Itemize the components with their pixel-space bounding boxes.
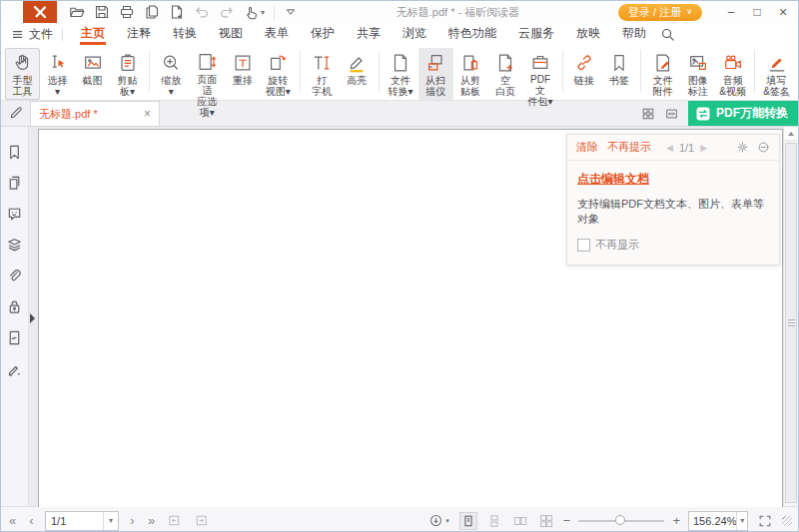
tab-view[interactable]: 视图 [208,23,254,45]
print-icon[interactable] [119,4,135,20]
tab-form[interactable]: 表单 [254,23,300,45]
zoom-out-button[interactable]: − [563,514,571,527]
ribbon-rotate-view[interactable]: 旋转 视图▾ [261,48,296,100]
ribbon-typewriter[interactable]: 打 字机 [305,48,340,100]
tab-share[interactable]: 共享 [346,23,392,45]
redo-icon[interactable] [219,4,235,20]
tab-help[interactable]: 帮助 [611,23,657,45]
notification-settings-icon[interactable] [736,141,749,154]
ribbon-bookmark[interactable]: 书签 [601,48,636,100]
file-menu[interactable]: 文件 [11,26,53,43]
no-remind-button[interactable]: 不再提示 [607,140,651,155]
page-dropdown-icon[interactable]: ▾ [103,512,118,530]
maximize-button[interactable]: □ [744,1,770,23]
tab-slideshow[interactable]: 放映 [565,23,611,45]
prev-page-button[interactable]: ‹ [26,514,37,527]
tab-convert[interactable]: 转换 [162,23,208,45]
comments-panel-icon[interactable] [6,206,23,223]
facing-view-icon[interactable] [511,512,529,530]
save-as-icon[interactable] [144,4,160,20]
layers-panel-icon[interactable] [6,237,23,254]
ribbon-from-clipboard[interactable]: 从剪 贴板 [453,48,488,100]
edit-document-link[interactable]: 点击编辑文档 [577,171,649,188]
minimize-button[interactable]: – [718,1,744,23]
login-button[interactable]: 登录 / 注册 ∨ [618,4,702,21]
pager-next-icon[interactable]: ▶ [700,143,707,153]
continuous-facing-view-icon[interactable] [537,512,555,530]
ribbon-link[interactable]: 链接 [566,48,601,100]
tab-cloud[interactable]: 云服务 [507,23,565,45]
undo-icon[interactable] [194,4,210,20]
security-panel-icon[interactable] [6,298,23,315]
zoom-dropdown-icon[interactable]: ▾ [736,512,747,530]
ribbon-image-annotation[interactable]: 图像 标注 [680,48,715,100]
page-number-input[interactable]: 1/1 ▾ [45,511,119,531]
attachments-panel-icon[interactable] [6,267,23,284]
close-button[interactable]: × [770,1,796,23]
fullscreen-icon[interactable] [756,512,774,530]
ribbon-clipboard[interactable]: 剪贴 板▾ [110,48,145,100]
ribbon-zoom[interactable]: 缩放 ▾ [154,48,189,100]
left-sidebar [1,127,29,506]
scrollbar-thumb[interactable] [785,143,797,503]
ribbon-reflow[interactable]: 重排 [226,48,261,100]
tab-protect[interactable]: 保护 [300,23,346,45]
ribbon-from-scanner[interactable]: 从扫 描仪 [418,48,453,100]
customize-toolbar-icon[interactable] [284,5,298,19]
tab-browse[interactable]: 浏览 [392,23,437,45]
ribbon-fit-page[interactable]: 页面适 应选项▾ [189,48,226,100]
ribbon-hand-tool[interactable]: 手型 工具 [5,48,40,100]
pdf-converter-button[interactable]: PDF万能转换 [688,101,798,126]
swap-icon [696,107,710,121]
previous-view-icon[interactable] [165,511,184,530]
ribbon-file-attachment[interactable]: 文件 附件 [645,48,680,100]
next-page-button[interactable]: › [127,514,138,527]
switch-view-icon[interactable] [664,107,679,121]
resize-grip[interactable] [782,516,792,526]
dont-show-option[interactable]: 不再显示 [577,238,769,253]
digital-signature-panel-icon[interactable] [6,360,23,377]
ribbon-highlight[interactable]: 高亮 [340,48,375,100]
tab-close-icon[interactable]: × [144,108,151,120]
ribbon-label: 书签 [609,75,629,86]
zoom-in-button[interactable]: + [672,514,680,527]
page-thumbnails-icon[interactable] [6,175,23,192]
quick-edit-icon[interactable] [1,101,30,126]
notification-minimize-icon[interactable] [757,141,770,154]
zoom-slider[interactable] [578,520,664,522]
vertical-scrollbar[interactable] [783,127,798,506]
last-page-button[interactable]: » [146,514,157,527]
ribbon-convert-file[interactable]: 文件 转换▾ [384,48,418,100]
document-tab[interactable]: 无标题.pdf * × [30,101,160,126]
ribbon-divider [562,50,563,93]
signature-doc-panel-icon[interactable] [6,329,23,346]
ribbon-pdf-portfolio[interactable]: PDF文 件包▾ [523,48,558,100]
collapse-ribbon-icon[interactable] [780,91,791,98]
clear-button[interactable]: 清除 [576,140,598,155]
search-icon[interactable] [660,27,675,42]
ribbon-snapshot[interactable]: 截图 [75,48,110,100]
dont-show-checkbox[interactable] [577,239,590,252]
zoom-slider-handle[interactable] [615,515,625,525]
next-view-icon[interactable] [192,511,211,530]
zoom-level-input[interactable]: 156.24% ▾ [688,511,748,531]
open-file-icon[interactable] [69,4,85,20]
auto-scroll-icon[interactable]: ▾ [426,511,451,530]
tab-features[interactable]: 特色功能 [437,23,507,45]
tab-home[interactable]: 主页 [70,23,116,45]
save-icon[interactable] [94,4,110,20]
grid-view-icon[interactable] [641,107,655,121]
ribbon-blank-page[interactable]: 空 白页 [488,48,523,100]
tab-comment[interactable]: 注释 [116,23,162,45]
first-page-button[interactable]: « [7,514,18,527]
continuous-view-icon[interactable] [485,512,503,530]
new-document-icon[interactable] [169,4,185,20]
pager-prev-icon[interactable]: ◀ [666,143,673,153]
scroll-up-button[interactable] [784,127,798,141]
hand-pick-tool-icon[interactable]: ▾ [244,5,265,20]
single-page-view-icon[interactable] [459,512,477,530]
panel-expand-handle[interactable] [30,313,35,323]
ribbon-audio-video[interactable]: 音频 &视频 [715,48,750,100]
ribbon-select[interactable]: 选择 ▾ [40,48,75,100]
bookmarks-panel-icon[interactable] [6,144,23,161]
